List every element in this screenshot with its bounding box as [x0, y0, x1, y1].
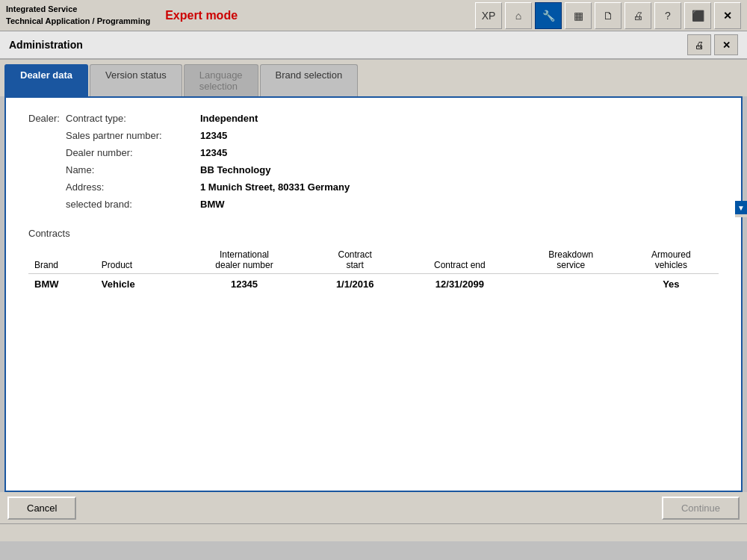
dealer-section-label: Dealer:	[28, 113, 66, 124]
dealer-data-tab[interactable]: Dealer data	[4, 64, 88, 96]
contracts-table: Brand Product Internationaldealer number…	[28, 246, 719, 294]
cancel-button[interactable]: Cancel	[7, 497, 76, 520]
selected-brand-row: selected brand: BMW	[28, 199, 719, 210]
dealer-info-section: Dealer: Contract type: Independent Sales…	[28, 113, 719, 210]
address-row: Address: 1 Munich Street, 80331 Germany	[28, 181, 719, 193]
app-title-line1: Integrated Service	[6, 4, 150, 15]
contracts-table-header: Brand Product Internationaldealer number…	[28, 246, 719, 274]
col-breakdown-service: Breakdownservice	[518, 246, 624, 274]
toolbar: XP ⌂ 🔧 ▦ 🗋 🖨 ? ⬛ ✕	[475, 2, 741, 29]
contract-type-label: Contract type:	[66, 113, 200, 124]
col-contract-start: Contractstart	[309, 246, 401, 274]
barcode-button[interactable]: ▦	[565, 2, 592, 29]
row-contract-start: 1/1/2016	[309, 274, 401, 295]
wrench-button[interactable]: 🔧	[535, 2, 562, 29]
help-button[interactable]: ?	[654, 2, 681, 29]
status-bar	[0, 523, 747, 541]
row-brand: BMW	[28, 274, 96, 295]
sales-partner-value: 12345	[200, 130, 227, 141]
dealer-number-label: Dealer number:	[66, 147, 200, 158]
contracts-table-body: BMW Vehicle 12345 1/1/2016 12/31/2099 Ye…	[28, 274, 719, 295]
scroll-hint: ▼	[735, 201, 747, 217]
col-armoured-vehicles: Armouredvehicles	[624, 246, 719, 274]
row-intl-dealer-number: 12345	[180, 274, 309, 295]
dealer-number-value: 12345	[200, 147, 227, 158]
name-row: Name: BB Technology	[28, 164, 719, 175]
col-intl-dealer-number: Internationaldealer number	[180, 246, 309, 274]
titlebar-close-button[interactable]: ✕	[714, 2, 741, 29]
main-content: Dealer: Contract type: Independent Sales…	[4, 96, 743, 492]
col-product: Product	[96, 246, 180, 274]
language-selection-tab: Languageselection	[184, 64, 258, 96]
row-breakdown-service	[518, 274, 624, 295]
app-title: Integrated Service Technical Application…	[6, 4, 150, 27]
title-bar: Integrated Service Technical Application…	[0, 0, 747, 31]
continue-button[interactable]: Continue	[662, 497, 740, 520]
address-value: 1 Munich Street, 80331 Germany	[200, 181, 350, 193]
row-armoured-vehicles: Yes	[624, 274, 719, 295]
sales-partner-row: Sales partner number: 12345	[28, 130, 719, 141]
content-wrapper: Dealer: Contract type: Independent Sales…	[0, 96, 747, 492]
scroll-arrow-button[interactable]: ▼	[735, 201, 747, 214]
admin-bar: Administration 🖨 ✕	[0, 31, 747, 60]
home-button[interactable]: ⌂	[505, 2, 532, 29]
brand-selection-tab[interactable]: Brand selection	[260, 64, 359, 96]
contracts-header-row: Brand Product Internationaldealer number…	[28, 246, 719, 274]
selected-brand-value: BMW	[200, 199, 225, 210]
version-status-tab[interactable]: Version status	[90, 64, 182, 96]
tabs-row: Dealer data Version status Languageselec…	[0, 60, 747, 96]
print-button[interactable]: 🖨	[624, 2, 651, 29]
name-label: Name:	[66, 164, 200, 175]
dealer-section-header-row: Dealer: Contract type: Independent	[28, 113, 719, 124]
dealer-number-row: Dealer number: 12345	[28, 147, 719, 158]
admin-title: Administration	[9, 39, 83, 51]
address-label: Address:	[66, 181, 200, 193]
table-row: BMW Vehicle 12345 1/1/2016 12/31/2099 Ye…	[28, 274, 719, 295]
expert-mode-label: Expert mode	[165, 9, 238, 22]
contract-type-value: Independent	[200, 113, 258, 124]
app-title-line2: Technical Application / Programming	[6, 16, 150, 27]
selected-brand-label: selected brand:	[66, 199, 200, 210]
name-value: BB Technology	[200, 164, 270, 175]
contracts-title: Contracts	[28, 228, 719, 239]
col-contract-end: Contract end	[401, 246, 518, 274]
xp-button[interactable]: XP	[475, 2, 502, 29]
sales-partner-label: Sales partner number:	[66, 130, 200, 141]
row-product: Vehicle	[96, 274, 180, 295]
bottom-area: Cancel Continue	[0, 492, 747, 523]
admin-close-button[interactable]: ✕	[714, 34, 738, 55]
export-button[interactable]: ⬛	[684, 2, 711, 29]
admin-actions: 🖨 ✕	[687, 34, 738, 55]
col-brand: Brand	[28, 246, 96, 274]
admin-print-button[interactable]: 🖨	[687, 34, 711, 55]
row-contract-end: 12/31/2099	[401, 274, 518, 295]
page-button[interactable]: 🗋	[595, 2, 622, 29]
contracts-section: Contracts Brand Product Internationaldea…	[28, 228, 719, 294]
